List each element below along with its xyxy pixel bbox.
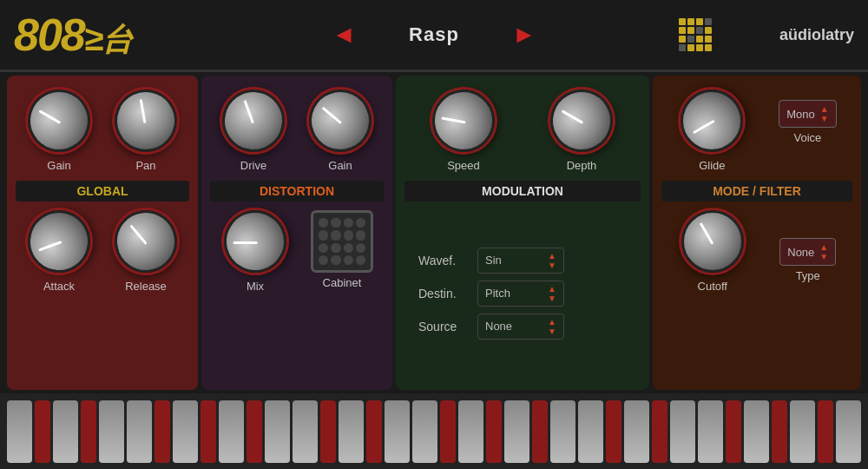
modulation-top-knobs: Speed Depth	[404, 86, 641, 172]
cutoff-label: Cutoff	[698, 280, 727, 293]
key-black-5[interactable]	[247, 400, 262, 463]
key-black-15[interactable]	[818, 400, 833, 463]
mix-knob-container: Mix	[220, 207, 290, 293]
depth-knob-container: Depth	[547, 86, 616, 172]
release-label: Release	[125, 280, 167, 293]
mode-top-row: Glide Mono ▲▼ Voice	[661, 86, 852, 172]
header: 808≥台 ◄ Rasp ► aüdiolatry	[0, 0, 868, 69]
mod-params: Wavef. Sin ▲▼ Destin. Pitch ▲▼ Source No…	[404, 207, 641, 380]
key-black-4[interactable]	[201, 400, 216, 463]
preset-next-button[interactable]: ►	[512, 21, 536, 49]
type-label: Type	[796, 269, 820, 282]
destin-row: Destin. Pitch ▲▼	[418, 281, 627, 307]
wavef-select[interactable]: Sin ▲▼	[477, 248, 564, 274]
key-black-1[interactable]	[35, 400, 50, 463]
keyboard	[0, 393, 868, 469]
key-black-10[interactable]	[532, 400, 548, 463]
key-12[interactable]	[458, 400, 483, 463]
modulation-section-label: MODULATION	[404, 181, 641, 201]
app-logo: 808≥台	[14, 12, 131, 57]
grid-icon[interactable]	[679, 18, 712, 51]
key-15[interactable]	[578, 400, 603, 463]
key-black-7[interactable]	[366, 400, 382, 463]
cutoff-knob[interactable]	[681, 210, 744, 273]
wavef-row: Wavef. Sin ▲▼	[418, 248, 627, 274]
destin-param-label: Destin.	[418, 287, 470, 301]
key-11[interactable]	[412, 400, 437, 463]
glide-knob[interactable]	[681, 89, 743, 152]
mode-section-label: MODE / FILTER	[661, 181, 852, 201]
type-value: None	[787, 246, 814, 259]
preset-nav: ◄ Rasp ►	[332, 21, 536, 49]
voice-select[interactable]: Mono ▲▼	[779, 100, 836, 128]
pan-knob-container: Pan	[111, 86, 181, 172]
attack-label: Attack	[43, 280, 75, 293]
voice-label: Voice	[793, 131, 821, 144]
cabinet-container: Cabinet	[311, 210, 373, 289]
key-19[interactable]	[744, 400, 769, 463]
key-4[interactable]	[127, 400, 152, 463]
panel-modulation: Speed Depth MODULATION Wavef. Sin ▲▼	[396, 76, 649, 390]
key-1[interactable]	[7, 400, 32, 463]
speed-label: Speed	[447, 159, 480, 172]
global-section-label: GLOBAL	[16, 181, 189, 201]
brand-name: aüdiolatry	[779, 26, 854, 44]
key-black-2[interactable]	[81, 400, 96, 463]
key-6[interactable]	[219, 400, 244, 463]
key-black-3[interactable]	[155, 400, 170, 463]
key-16[interactable]	[624, 400, 649, 463]
source-select[interactable]: None ▲▼	[477, 314, 564, 340]
panel-mode-filter: Glide Mono ▲▼ Voice MODE / FILTER Cuto	[653, 76, 861, 390]
drive-label: Drive	[240, 159, 266, 172]
cabinet-icon[interactable]	[311, 210, 373, 273]
preset-prev-button[interactable]: ◄	[332, 21, 356, 49]
release-knob-container: Release	[111, 207, 181, 293]
global-bottom-knobs: Attack Release	[16, 207, 189, 293]
distortion-section-label: DISTORTION	[210, 181, 384, 201]
key-5[interactable]	[173, 400, 198, 463]
distortion-bottom-knobs: Mix Cabinet	[210, 207, 384, 293]
key-13[interactable]	[504, 400, 529, 463]
key-black-14[interactable]	[772, 400, 787, 463]
mix-label: Mix	[247, 280, 264, 293]
key-10[interactable]	[385, 400, 410, 463]
destin-value: Pitch	[485, 287, 510, 300]
panel-distortion: Drive Gain DISTORTION	[201, 76, 392, 390]
cutoff-knob-container: Cutoff	[678, 207, 747, 293]
key-21[interactable]	[836, 400, 861, 463]
key-2[interactable]	[53, 400, 78, 463]
key-17[interactable]	[670, 400, 695, 463]
wavef-value: Sin	[485, 254, 502, 267]
key-14[interactable]	[550, 400, 575, 463]
panel-global: Gain Pan GLOBAL	[7, 76, 198, 390]
pan-label: Pan	[135, 159, 155, 172]
key-8[interactable]	[293, 400, 318, 463]
glide-label: Glide	[699, 159, 725, 172]
global-top-knobs: Gain Pan	[16, 86, 189, 172]
drive-knob-container: Drive	[219, 86, 288, 172]
speed-knob-container: Speed	[429, 86, 498, 172]
key-18[interactable]	[698, 400, 723, 463]
wavef-param-label: Wavef.	[418, 254, 470, 268]
key-black-12[interactable]	[652, 400, 667, 463]
key-3[interactable]	[99, 400, 124, 463]
gain-knob-container: Gain	[24, 86, 94, 172]
dist-gain-knob-container: Gain	[306, 86, 375, 172]
panels-container: Gain Pan GLOBAL	[0, 72, 868, 393]
type-select[interactable]: None ▲▼	[779, 238, 836, 266]
key-black-8[interactable]	[440, 400, 456, 463]
key-black-6[interactable]	[320, 400, 336, 463]
key-7[interactable]	[265, 400, 290, 463]
depth-label: Depth	[567, 159, 597, 172]
attack-knob-container: Attack	[24, 207, 94, 293]
key-black-13[interactable]	[726, 400, 741, 463]
key-20[interactable]	[790, 400, 815, 463]
key-9[interactable]	[339, 400, 364, 463]
cabinet-label: Cabinet	[323, 276, 362, 289]
glide-knob-container: Glide	[677, 86, 746, 172]
gain-knob-wrap	[24, 86, 94, 155]
key-black-9[interactable]	[486, 400, 502, 463]
destin-select[interactable]: Pitch ▲▼	[477, 281, 564, 307]
key-black-11[interactable]	[606, 400, 621, 463]
source-param-label: Source	[418, 320, 470, 334]
